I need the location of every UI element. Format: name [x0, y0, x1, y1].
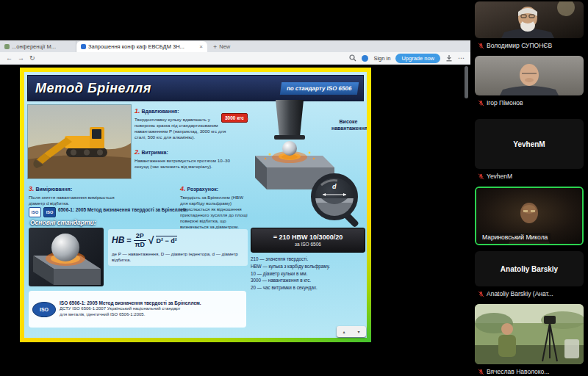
standards-footer: ISO ISO 6506-1: 2005 Метод визначення тв… [29, 291, 246, 328]
step-text: Навантаження витримується протягом 10–30… [135, 158, 232, 170]
upgrade-now-button[interactable]: Upgrade now [395, 54, 440, 63]
iso-standard-text: 6506-1: 2005 Метод визначення твердості … [58, 207, 212, 213]
account-avatar[interactable] [362, 55, 368, 62]
step-number: 1. [135, 107, 140, 115]
iso-standard-row: ISO ISO 6506-1: 2005 Метод визначення тв… [29, 207, 220, 217]
participant-name: Ігор Пімонов [487, 99, 523, 106]
formula-legend: де P — навантаження, D — діаметр інденто… [112, 251, 244, 263]
participant-tile-anatoliy[interactable]: Anatoliy Barskiy [475, 251, 584, 286]
zoom-meeting-window: ...онференції М... Запрошення конф каф Е… [0, 0, 588, 376]
browser-tab-active[interactable]: Запрошення конф каф ЕВСБДМ 3Н... × [76, 41, 207, 52]
participant-name: Володимир СУПОНЄВ [487, 42, 552, 49]
tab-favicon [4, 44, 10, 49]
infographic-canvas: Метод Брінелля по стандарту ISO 6506 [24, 72, 367, 338]
indent-magnifier: d [308, 170, 365, 228]
participant-name-row: Володимир СУПОНЄВ [478, 41, 552, 50]
participant-video-volodymyr[interactable] [475, 1, 584, 38]
radicand: D² − d² [156, 236, 176, 245]
browser-tab-previous[interactable]: ...онференції М... [0, 41, 76, 52]
mic-muted-icon [478, 369, 484, 375]
participant-name-row: Вячеслав Наволоко... [478, 367, 549, 376]
legend-item: 3000 — навантаження в кгс. [251, 277, 365, 284]
tab-close-icon[interactable]: × [199, 43, 203, 50]
formula-row: HB = 2P πD √ D² − d² [112, 232, 244, 249]
mic-muted-icon [478, 291, 484, 297]
participant-name-row: Anatoliy Barskiy (Анат... [478, 289, 553, 298]
search-icon[interactable] [349, 54, 356, 62]
footer-text: ISO 6506-1: 2005 Метод визначення твердо… [60, 300, 201, 318]
step-title: Розрахунок: [187, 187, 219, 192]
sign-in-button[interactable]: Sign in [373, 55, 390, 62]
brinell-infographic: Метод Брінелля по стандарту ISO 6506 [20, 68, 371, 342]
participant-name-row: YevhenM [478, 172, 512, 181]
page-down-icon[interactable]: ▾ [357, 329, 359, 334]
menu-icon[interactable]: ⋯ [458, 55, 465, 62]
participants-strip: Володимир СУПОНЄВ Ігор Пімонов YevhenM Y… [470, 0, 588, 376]
document-viewport: Метод Брінелля по стандарту ISO 6506 [0, 65, 470, 376]
participant-name: Вячеслав Наволоко... [487, 368, 549, 375]
footer-line: ДСТУ ISO 6506-1:2007 Український націона… [60, 306, 201, 312]
designation-value: = 210 HBW 10/3000/20 [273, 234, 343, 241]
standards-heading: Основні стандарти: [30, 219, 96, 226]
designation-legend: 210 — значення твердості. HBW — кулька з… [251, 256, 365, 292]
step-title: Вимірювання: [36, 187, 73, 192]
poster-title: Метод Брінелля [28, 81, 151, 96]
poster-header: Метод Брінелля по стандарту ISO 6506 [27, 75, 364, 101]
participant-name: YevhenM [487, 173, 512, 180]
participant-name: Anatoliy Barskiy (Анат... [487, 290, 553, 297]
iso-badge-icon: ISO [43, 207, 56, 217]
step-2: 2.Витримка: Навантаження витримується пр… [135, 144, 232, 170]
step-title: Вдавлювання: [142, 109, 179, 114]
scrollbar-thumb[interactable] [465, 66, 468, 98]
download-icon[interactable] [445, 54, 453, 62]
formula-lhs: HB [112, 235, 124, 245]
iso-badge-icon: ISO [29, 207, 41, 217]
new-tab-button[interactable]: + New [207, 41, 236, 52]
designation-standard: за ISO 6506 [295, 242, 321, 247]
page-nav-widget: ▴ ▾ [337, 326, 366, 337]
fraction-denominator: πD [135, 241, 145, 249]
step-3: 3.Вимірювання: Після зняття навантаження… [29, 181, 130, 206]
step-text: Після зняття навантаження вимірюється ді… [29, 195, 130, 206]
step-number: 3. [29, 185, 35, 192]
back-icon[interactable]: ← [6, 55, 12, 62]
indent-diameter-label: d [332, 183, 337, 190]
tab-favicon [81, 44, 86, 49]
iso-logo: ISO [32, 302, 56, 317]
tab-label: ...онференції М... [12, 43, 71, 50]
footer-line: ISO 6506-1: 2005 Метод визначення твердо… [60, 300, 201, 306]
step-title: Витримка: [142, 150, 168, 155]
footer-line: для металів, ідентичний ISO 6506-1:2005. [60, 312, 201, 318]
step-number: 4. [180, 185, 186, 192]
new-tab-label: New [219, 43, 230, 50]
participant-display-name: Anatoliy Barskiy [501, 265, 558, 273]
brinell-formula: HB = 2P πD √ D² − d² де P — навантаження… [108, 229, 248, 266]
legend-item: 20 — час витримки в секундах. [251, 284, 365, 292]
poster-subtitle: по стандарту ISO 6506 [279, 82, 358, 95]
legend-item: 210 — значення твердості. [251, 256, 365, 263]
high-load-label: Високе навантаження [331, 119, 365, 132]
browser-toolbar: ← → ↻ Sign in Upgrade now ⋯ [0, 52, 470, 65]
participant-name-row: Ігор Пімонов [478, 98, 523, 107]
participant-tile-yevhenm[interactable]: YevhenM [475, 119, 584, 169]
mic-muted-icon [478, 173, 484, 180]
legend-item: 10 — діаметр кульки в мм. [251, 270, 365, 278]
steps-1-2: 1.Вдавлювання: Твердосплавну кульку вдав… [135, 103, 232, 173]
refresh-icon[interactable]: ↻ [29, 55, 35, 62]
mic-muted-icon [478, 100, 484, 106]
browser-tab-bar: ...онференції М... Запрошення конф каф Е… [0, 40, 470, 52]
legend-item: HBW — кулька з карбіду вольфраму. [251, 263, 365, 270]
hardness-designation-box: = 210 HBW 10/3000/20 за ISO 6506 [251, 228, 365, 253]
plus-icon: + [213, 43, 217, 51]
mic-muted-icon [478, 43, 484, 49]
forward-icon[interactable]: → [18, 55, 24, 62]
step-number: 2. [135, 148, 140, 156]
equals-sign: = [126, 236, 131, 245]
participant-video-viacheslav[interactable] [475, 304, 584, 364]
sqrt-icon: √ [148, 234, 154, 246]
page-up-icon[interactable]: ▴ [343, 329, 345, 334]
step-4: 4.Розрахунок: Твердість за Брінеллем (HB… [180, 181, 248, 230]
participant-video-ihor[interactable] [475, 56, 584, 95]
active-speaker-name: Мариновський Микола [479, 233, 551, 242]
participant-video-marynovskyi-active[interactable]: Мариновський Микола [475, 187, 584, 245]
